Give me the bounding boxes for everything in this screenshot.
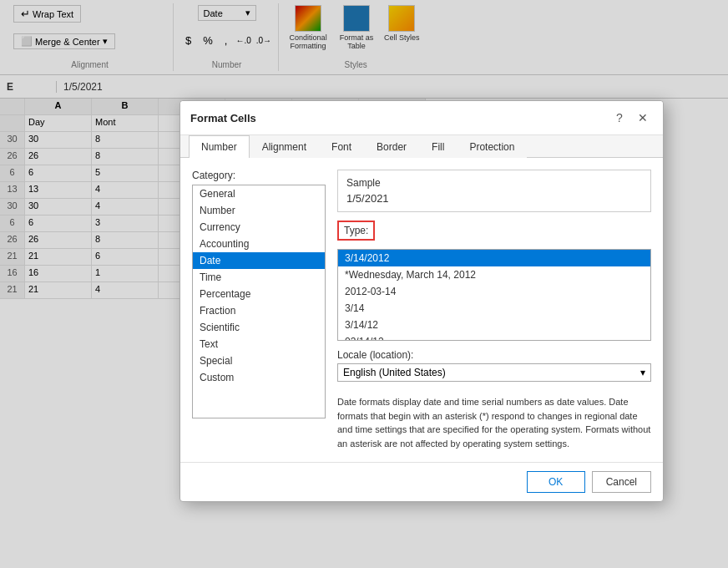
tab-protection[interactable]: Protection: [457, 135, 527, 158]
cat-text[interactable]: Text: [193, 336, 325, 352]
ok-button[interactable]: OK: [527, 471, 585, 493]
type-label: Type:: [337, 221, 375, 241]
type-item-0[interactable]: 3/14/2012: [338, 250, 650, 266]
sample-label: Sample: [346, 177, 642, 189]
dialog-footer: OK Cancel: [180, 462, 663, 501]
sample-section: Sample 1/5/2021: [337, 170, 651, 212]
modal-overlay: Format Cells ? ✕ Number Alignment Font B…: [0, 0, 728, 568]
dialog-title: Format Cells: [190, 112, 256, 124]
locale-value: English (United States): [343, 367, 446, 378]
cat-percentage[interactable]: Percentage: [193, 286, 325, 302]
cat-currency[interactable]: Currency: [193, 219, 325, 236]
type-item-5[interactable]: 03/14/12: [338, 333, 650, 340]
dialog-body: Category: General Number Currency Accoun…: [180, 158, 663, 462]
dialog-close-button[interactable]: ✕: [633, 108, 653, 128]
tab-fill[interactable]: Fill: [419, 135, 457, 158]
dialog-tabs: Number Alignment Font Border Fill Protec…: [180, 135, 663, 158]
cancel-button[interactable]: Cancel: [592, 471, 651, 493]
cat-scientific[interactable]: Scientific: [193, 319, 325, 336]
category-label: Category:: [192, 170, 326, 181]
cat-fraction[interactable]: Fraction: [193, 302, 325, 319]
tab-font[interactable]: Font: [319, 135, 364, 158]
excel-window: ↵ Wrap Text ⬜ Merge & Center ▾ Alignment…: [0, 0, 728, 568]
locale-dropdown[interactable]: English (United States) ▾: [337, 363, 651, 382]
tab-border[interactable]: Border: [364, 135, 419, 158]
type-item-3[interactable]: 3/14: [338, 300, 650, 317]
dialog-controls: ? ✕: [609, 108, 653, 128]
locale-label: Locale (location):: [337, 349, 651, 361]
locale-dropdown-icon: ▾: [640, 367, 645, 378]
type-item-2[interactable]: 2012-03-14: [338, 283, 650, 300]
right-panel: Sample 1/5/2021 Type: 3/14/2012 *Wednesd…: [337, 170, 651, 450]
type-list-container: 3/14/2012 *Wednesday, March 14, 2012 201…: [337, 249, 651, 341]
category-section: Category: General Number Currency Accoun…: [192, 170, 326, 450]
cat-custom[interactable]: Custom: [193, 369, 325, 386]
type-item-1[interactable]: *Wednesday, March 14, 2012: [338, 266, 650, 283]
dialog-titlebar: Format Cells ? ✕: [180, 101, 663, 135]
description-text: Date formats display date and time seria…: [337, 395, 651, 450]
cat-special[interactable]: Special: [193, 352, 325, 369]
type-item-4[interactable]: 3/14/12: [338, 317, 650, 333]
locale-section: Locale (location): English (United State…: [337, 349, 651, 382]
cat-accounting[interactable]: Accounting: [193, 236, 325, 252]
cat-date[interactable]: Date: [193, 252, 325, 269]
category-list[interactable]: General Number Currency Accounting Date …: [192, 185, 326, 418]
dialog-main-row: Category: General Number Currency Accoun…: [192, 170, 651, 450]
tab-alignment[interactable]: Alignment: [250, 135, 319, 158]
cat-general[interactable]: General: [193, 185, 325, 202]
sample-value: 1/5/2021: [346, 192, 642, 205]
format-cells-dialog: Format Cells ? ✕ Number Alignment Font B…: [179, 100, 664, 502]
type-section-header: Type:: [337, 221, 651, 241]
tab-number[interactable]: Number: [189, 135, 250, 158]
type-list[interactable]: 3/14/2012 *Wednesday, March 14, 2012 201…: [338, 250, 650, 340]
cat-number[interactable]: Number: [193, 202, 325, 219]
dialog-help-button[interactable]: ?: [609, 108, 629, 128]
cat-time[interactable]: Time: [193, 269, 325, 286]
